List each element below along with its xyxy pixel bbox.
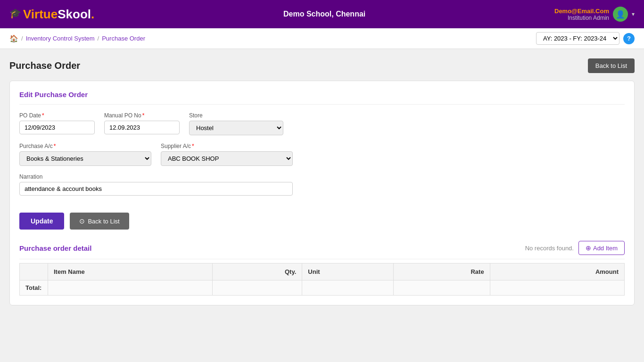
back-circle-icon: ⊙: [79, 217, 85, 225]
manual-po-no-label: Manual PO No*: [104, 112, 180, 119]
total-label: Total:: [20, 280, 48, 296]
avatar[interactable]: 👤: [613, 7, 628, 22]
back-to-list-form-button[interactable]: ⊙ Back to List: [70, 213, 129, 230]
breadcrumb: 🏠 / Inventory Control System / Purchase …: [9, 34, 145, 43]
total-unit: [213, 280, 302, 296]
form-row-2: Purchase A/c* Books & Stationeries Other…: [19, 143, 625, 166]
breadcrumb-link-inventory[interactable]: Inventory Control System: [26, 35, 95, 42]
no-records-text: No records found.: [525, 245, 574, 252]
update-button[interactable]: Update: [19, 213, 64, 230]
narration-group: Narration: [19, 173, 293, 196]
user-role: Institution Admin: [554, 15, 609, 21]
col-header-item-name: Item Name: [48, 263, 213, 280]
logo: 🎓 VirtueSkool.: [9, 7, 94, 22]
breadcrumb-sep-2: /: [98, 35, 99, 42]
help-button[interactable]: ?: [623, 33, 635, 44]
total-rate: [302, 280, 394, 296]
logo-text: VirtueSkool.: [23, 7, 94, 22]
graduation-hat-icon: 🎓: [9, 8, 21, 19]
page-title: Purchase Order: [9, 60, 80, 71]
fy-selector: AY: 2023 - FY: 2023-24 ?: [536, 32, 635, 45]
divider: [19, 259, 625, 259]
form-row-3: Narration: [19, 173, 625, 196]
breadcrumb-sep-1: /: [21, 35, 23, 42]
avatar-icon: 👤: [616, 10, 625, 19]
col-header-amount: Amount: [490, 263, 624, 280]
manual-po-no-group: Manual PO No*: [104, 112, 180, 135]
form-row-1: PO Date* Manual PO No* Store Hostel Main…: [19, 112, 625, 135]
supplier-ac-select[interactable]: ABC BOOK SHOP Other Supplier: [161, 151, 293, 166]
store-select[interactable]: Hostel Main Store: [189, 121, 283, 135]
form-section-title: Edit Purchase Order: [19, 90, 625, 105]
purchase-ac-select[interactable]: Books & Stationeries Other: [19, 151, 151, 166]
col-header-checkbox: [20, 263, 48, 280]
col-header-rate: Rate: [393, 263, 490, 280]
store-group: Store Hostel Main Store: [189, 112, 283, 135]
purchase-ac-group: Purchase A/c* Books & Stationeries Other: [19, 143, 151, 166]
form-card: Edit Purchase Order PO Date* Manual PO N…: [9, 81, 635, 305]
po-date-group: PO Date*: [19, 112, 95, 135]
po-date-label: PO Date*: [19, 112, 95, 119]
table-total-row: Total:: [20, 280, 625, 296]
col-header-unit: Unit: [302, 263, 394, 280]
user-email: Demo@Email.Com: [554, 8, 609, 15]
po-detail-table: Item Name Qty. Unit Rate Amount Total:: [19, 263, 625, 296]
breadcrumb-current: Purchase Order: [102, 35, 145, 42]
header: 🎓 VirtueSkool. Demo School, Chennai Demo…: [0, 0, 644, 28]
form-actions: Update ⊙ Back to List: [19, 205, 625, 230]
school-name: Demo School, Chennai: [283, 10, 365, 18]
chevron-down-icon[interactable]: ▾: [632, 11, 635, 17]
narration-label: Narration: [19, 173, 293, 180]
po-date-input[interactable]: [19, 121, 95, 134]
user-info: Demo@Email.Com Institution Admin: [554, 8, 609, 21]
table-header: Item Name Qty. Unit Rate Amount: [20, 263, 625, 280]
purchase-ac-label: Purchase A/c*: [19, 143, 151, 149]
total-amount-val: [490, 280, 624, 296]
home-icon[interactable]: 🏠: [9, 34, 18, 43]
manual-po-no-input[interactable]: [104, 121, 180, 134]
narration-input[interactable]: [19, 182, 293, 196]
table-body: Total:: [20, 280, 625, 296]
supplier-ac-group: Supplier A/c* ABC BOOK SHOP Other Suppli…: [161, 143, 293, 166]
main-content: Purchase Order Back to List Edit Purchas…: [0, 49, 644, 315]
col-header-qty: Qty.: [213, 263, 302, 280]
po-detail-title: Purchase order detail: [19, 244, 91, 252]
page-header: Purchase Order Back to List: [9, 58, 635, 73]
total-qty: [48, 280, 213, 296]
supplier-ac-label: Supplier A/c*: [161, 143, 293, 149]
back-to-list-header-button[interactable]: Back to List: [588, 58, 635, 73]
po-detail-actions: No records found. ⊕ Add Item: [525, 241, 625, 255]
add-item-icon: ⊕: [586, 244, 591, 252]
add-item-button[interactable]: ⊕ Add Item: [578, 241, 625, 255]
store-label: Store: [189, 112, 283, 119]
fy-dropdown[interactable]: AY: 2023 - FY: 2023-24: [536, 32, 619, 45]
total-amount: [393, 280, 490, 296]
breadcrumb-bar: 🏠 / Inventory Control System / Purchase …: [0, 28, 644, 49]
po-detail-header: Purchase order detail No records found. …: [19, 241, 625, 255]
user-section: Demo@Email.Com Institution Admin 👤 ▾: [554, 7, 635, 22]
